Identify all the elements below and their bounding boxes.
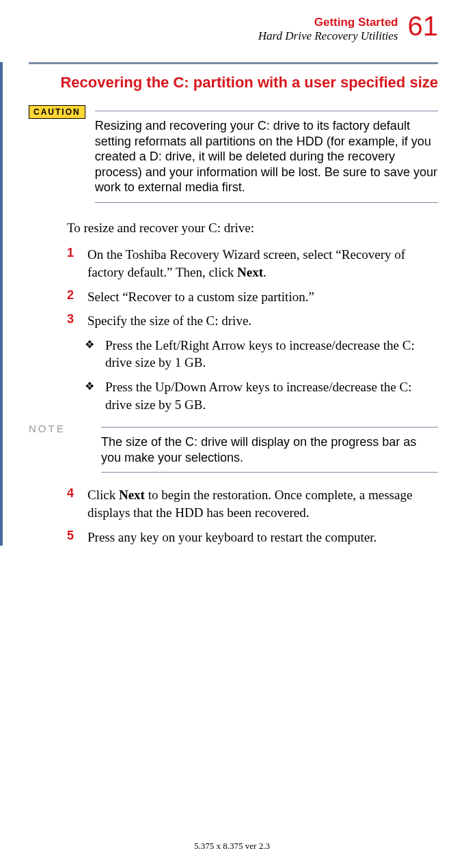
- step-text: Specify the size of the C: drive.: [87, 312, 438, 330]
- note-label: NOTE: [29, 420, 101, 434]
- step-item: 5 Press any key on your keyboard to rest…: [67, 529, 438, 546]
- steps-list: 1 On the Toshiba Recovery Wizard screen,…: [67, 246, 438, 413]
- step-text: On the Toshiba Recovery Wizard screen, s…: [87, 246, 438, 281]
- step-number: 5: [67, 529, 87, 546]
- step-text: Select “Recover to a custom size partiti…: [87, 288, 438, 306]
- note-text: The size of the C: drive will display on…: [101, 434, 438, 465]
- step-number: 1: [67, 246, 87, 281]
- header-section: Hard Drive Recovery Utilities: [258, 29, 398, 43]
- bullet-text: Press the Left/Right Arrow keys to incre…: [105, 337, 438, 372]
- step-text: Click Next to begin the restoration. Onc…: [87, 486, 438, 521]
- intro-text: To resize and recover your C: drive:: [67, 219, 438, 237]
- step-item: 1 On the Toshiba Recovery Wizard screen,…: [67, 246, 438, 281]
- note-block: NOTE The size of the C: drive will displ…: [29, 420, 438, 479]
- step-item: 2 Select “Recover to a custom size parti…: [67, 288, 438, 306]
- header-chapter: Getting Started: [258, 16, 398, 29]
- section-title: Recovering the C: partition with a user …: [29, 74, 438, 92]
- step-text: Press any key on your keyboard to restar…: [87, 529, 438, 546]
- caution-badge: CAUTION: [29, 105, 85, 119]
- bullet-text: Press the Up/Down Arrow keys to increase…: [105, 378, 438, 413]
- step-number: 3: [67, 312, 87, 330]
- footer-text: 5.375 x 8.375 ver 2.3: [0, 841, 464, 852]
- divider: [95, 111, 438, 111]
- page-number: 61: [408, 12, 439, 40]
- divider: [29, 62, 438, 64]
- bullet-item: ❖ Press the Left/Right Arrow keys to inc…: [85, 337, 438, 372]
- steps-list-continued: 4 Click Next to begin the restoration. O…: [67, 486, 438, 546]
- step-number: 2: [67, 288, 87, 306]
- divider: [95, 202, 438, 203]
- page-header: Getting Started Hard Drive Recovery Util…: [29, 14, 438, 43]
- sub-bullet-list: ❖ Press the Left/Right Arrow keys to inc…: [85, 337, 438, 414]
- bullet-item: ❖ Press the Up/Down Arrow keys to increa…: [85, 378, 438, 413]
- step-item: 3 Specify the size of the C: drive.: [67, 312, 438, 330]
- step-number: 4: [67, 486, 87, 521]
- divider: [101, 427, 438, 428]
- caution-text: Resizing and recovering your C: drive to…: [95, 118, 438, 195]
- diamond-bullet-icon: ❖: [85, 378, 105, 413]
- divider: [101, 472, 438, 473]
- caution-block: CAUTION Resizing and recovering your C: …: [29, 104, 438, 210]
- step-item: 4 Click Next to begin the restoration. O…: [67, 486, 438, 521]
- diamond-bullet-icon: ❖: [85, 337, 105, 372]
